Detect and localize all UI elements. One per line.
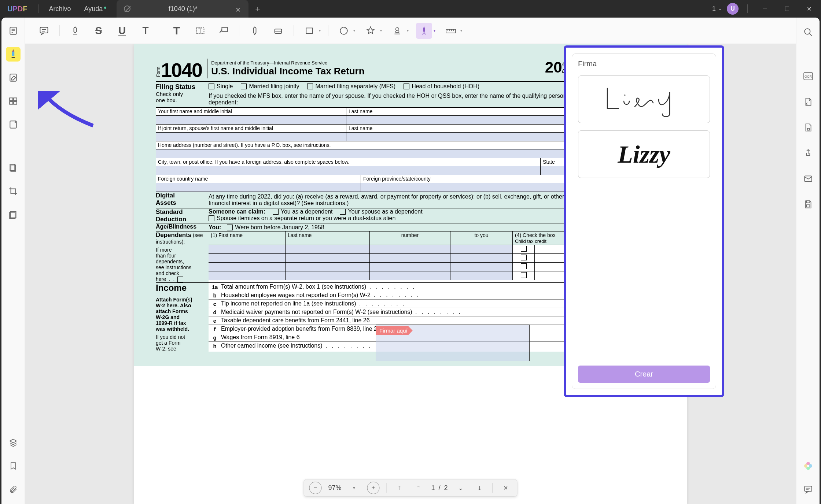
create-signature-button[interactable]: Crear [578,366,710,383]
menu-help[interactable]: Ayuda [78,5,110,13]
sidebar-attachment-icon[interactable] [6,482,21,497]
page-dropdown[interactable]: 1 ⌄ [712,5,722,13]
left-sidebar [1,18,25,504]
squiggly-icon[interactable]: T [137,23,154,39]
right-sidebar: OCR [796,18,820,504]
svg-rect-39 [806,205,810,207]
svg-rect-9 [14,101,17,104]
sidebar-redact-icon[interactable] [6,207,21,222]
page-input[interactable]: 1 [431,484,435,492]
sidebar-reader-icon[interactable] [6,23,21,38]
save-icon[interactable] [801,197,816,212]
svg-point-26 [396,27,399,31]
ocr-icon[interactable]: OCR [801,69,816,84]
next-page-button[interactable]: ⌄ [454,482,467,494]
sidebar-layers-icon[interactable] [6,435,21,450]
filing-mfj[interactable]: Married filing jointly [241,83,299,90]
filing-hoh[interactable]: Head of household (HOH) [404,83,479,90]
close-controls-button[interactable]: ✕ [500,482,512,494]
sticker-icon[interactable] [336,23,352,39]
filing-single[interactable]: Single [209,83,233,90]
form-number: 1040 [161,59,202,81]
maximize-button[interactable]: ☐ [778,1,795,16]
menu-file[interactable]: Archivo [42,5,77,13]
sign-here-tag: Firmar aquí [376,326,413,335]
convert-icon[interactable] [801,94,816,109]
zoom-dropdown[interactable]: ▾ [348,482,360,494]
foreign-country-input[interactable] [156,183,361,192]
signature-icon[interactable] [416,23,432,39]
search-icon[interactable] [801,25,816,40]
chat-icon[interactable] [801,482,816,497]
callout-icon[interactable] [216,23,232,39]
user-avatar[interactable]: U [727,3,739,15]
stamp-icon[interactable] [389,23,405,39]
highlight-icon[interactable] [67,23,83,39]
svg-rect-15 [40,27,48,33]
prev-page-button[interactable]: ⌃ [412,482,424,494]
sidebar-edit-icon[interactable] [6,70,21,85]
svg-rect-7 [14,98,17,101]
first-name-input[interactable] [156,116,346,124]
share-icon[interactable] [801,146,816,160]
sidebar-bookmark-icon[interactable] [6,459,21,473]
address-input[interactable] [156,149,614,158]
svg-line-33 [809,33,812,36]
sidebar-pages-icon[interactable] [6,160,21,175]
compress-icon[interactable] [801,120,816,135]
last-page-button[interactable]: ⤓ [474,482,486,494]
ruler-icon[interactable] [443,23,459,39]
signature-preview-handwritten[interactable] [578,75,710,123]
pencil-icon[interactable] [247,23,263,39]
spouse-itemize[interactable]: Spouse itemizes on a separate return or … [209,215,395,222]
close-button[interactable]: ✕ [800,1,817,16]
comment-icon[interactable] [36,23,52,39]
tab-add-button[interactable]: ＋ [254,3,262,14]
spouse-first-input[interactable] [156,133,346,141]
sidebar-organize-icon[interactable] [6,94,21,108]
zoom-out-button[interactable]: − [309,482,321,494]
you-dependent[interactable]: You as a dependent [273,208,333,215]
minimize-button[interactable]: ─ [756,1,773,16]
svg-rect-27 [446,29,456,33]
underline-icon[interactable]: U [114,23,130,39]
spouse-dependent[interactable]: Your spouse as a dependent [340,208,422,215]
foreign-province-input[interactable] [361,183,592,192]
signature-panel-title: Firma [578,60,710,68]
form-title: U.S. Individual Income Tax Return [211,66,538,77]
email-icon[interactable] [801,171,816,186]
annotation-toolbar: S U T T T ▾ ▾ ▾ ▾ ▾ ▾ [25,18,796,44]
stamp-star-icon[interactable] [362,23,379,39]
you-born-before[interactable]: Were born before January 2, 1958 [227,224,324,231]
zoom-in-button[interactable]: + [367,482,379,494]
svg-rect-21 [222,27,227,32]
svg-rect-24 [306,28,312,33]
titlebar: UPDF Archivo Ayuda f1040 (1)* ✕ ＋ 1 ⌄ U … [0,0,821,18]
eraser-icon[interactable] [270,23,286,39]
textbox-icon[interactable]: T [192,23,208,39]
document-tab[interactable]: f1040 (1)* ✕ [117,0,248,18]
sidebar-comment-icon[interactable] [6,47,21,62]
svg-rect-45 [805,486,812,491]
svg-rect-4 [12,51,14,56]
page-controls: − 97% ▾ + ⤒ ⌃ 1 / 2 ⌄ ⤓ ✕ [303,479,517,497]
svg-rect-6 [10,98,13,101]
zoom-value[interactable]: 97% [328,484,341,492]
svg-point-32 [805,29,810,34]
sidebar-crop-icon[interactable] [6,184,21,199]
first-page-button[interactable]: ⤒ [393,482,405,494]
svg-rect-8 [10,101,13,104]
ai-icon[interactable] [801,459,816,473]
rectangle-icon[interactable] [301,23,317,39]
sidebar-fillform-icon[interactable] [6,117,21,132]
text-icon[interactable]: T [169,23,185,39]
city-input[interactable] [156,166,541,175]
tab-close-button[interactable]: ✕ [235,6,241,12]
form-label: Form [156,67,161,77]
strikethrough-icon[interactable]: S [91,23,107,39]
signature-preview-script[interactable]: Lizzy [578,130,710,178]
svg-point-44 [807,465,809,467]
svg-text:T: T [198,27,202,34]
filing-mfs[interactable]: Married filing separately (MFS) [307,83,395,90]
form-dept: Department of the Treasury—Internal Reve… [211,60,538,66]
